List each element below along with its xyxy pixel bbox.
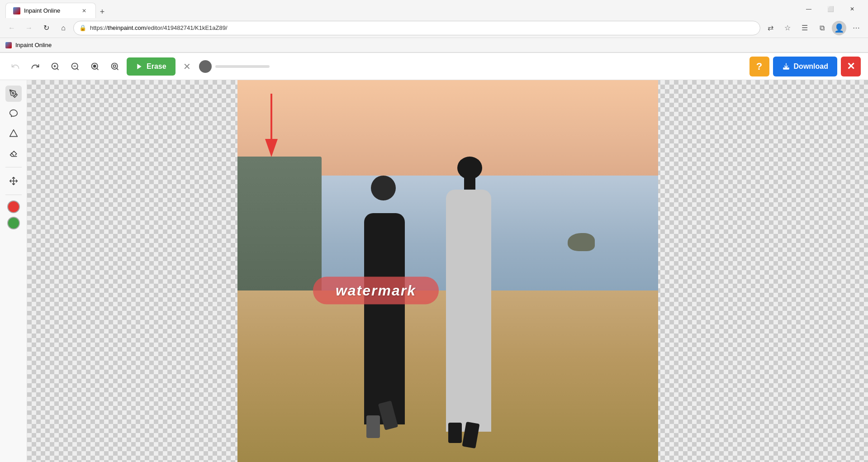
reading-list-button[interactable]: ☰	[797, 21, 812, 35]
canvas-area[interactable]: watermark	[27, 80, 868, 462]
svg-line-8	[97, 68, 99, 70]
erase-label: Erase	[147, 62, 166, 71]
url-text: https://theinpaint.com/editor/419482741/…	[90, 24, 754, 31]
new-tab-button[interactable]: +	[96, 5, 109, 18]
person2	[439, 157, 507, 432]
zoom-fit-button[interactable]	[107, 58, 123, 75]
brush-preview	[199, 60, 212, 73]
address-right-buttons: ⇄ ☆ ☰ ⧉ 👤 ⋯	[763, 21, 863, 35]
profile-button[interactable]: 👤	[832, 21, 846, 35]
svg-marker-13	[137, 64, 141, 69]
svg-point-15	[12, 93, 14, 94]
toolbar-right: ? Download ✕	[749, 57, 861, 76]
tab-area: Inpaint Online ✕ +	[5, 0, 795, 18]
svg-line-1	[57, 68, 59, 70]
foreground-color-picker[interactable]	[7, 200, 20, 213]
lock-icon: 🔒	[79, 24, 86, 31]
zoom-out-button[interactable]	[67, 58, 83, 75]
svg-line-11	[117, 68, 119, 70]
svg-line-5	[77, 68, 79, 70]
pier-layer	[237, 157, 322, 291]
svg-point-9	[94, 65, 96, 67]
rock-layer	[568, 233, 595, 251]
home-button[interactable]: ⌂	[56, 21, 71, 35]
maximize-button[interactable]: ⬜	[820, 2, 841, 16]
background-color-picker[interactable]	[7, 217, 20, 229]
download-button[interactable]: Download	[773, 57, 837, 76]
person1-body	[364, 213, 405, 424]
window-controls: — ⬜ ✕	[798, 2, 863, 16]
polygon-tool-button[interactable]	[5, 125, 22, 142]
move-tool-button[interactable]	[5, 173, 22, 189]
watermark-overlay: watermark	[313, 276, 439, 304]
collections-button[interactable]: ⧉	[815, 21, 829, 35]
extension-bar: Inpaint Online	[0, 38, 868, 52]
url-path: /editor/419482741/K1kE1aZ89/	[146, 24, 228, 31]
extension-favicon	[5, 42, 12, 48]
tab-favicon	[13, 7, 20, 14]
url-domain: theinpaint.com	[108, 24, 146, 31]
refresh-button[interactable]: ↻	[39, 21, 53, 35]
url-bar[interactable]: 🔒 https://theinpaint.com/editor/41948274…	[73, 21, 760, 35]
cancel-button[interactable]: ✕	[179, 58, 195, 75]
brush-size-control	[199, 60, 270, 73]
person2-body	[446, 190, 491, 432]
active-tab[interactable]: Inpaint Online ✕	[5, 3, 96, 18]
address-bar: ← → ↻ ⌂ 🔒 https://theinpaint.com/editor/…	[0, 18, 868, 38]
close-window-button[interactable]: ✕	[842, 2, 863, 16]
tab-close-button[interactable]: ✕	[80, 7, 88, 15]
image-wrapper: watermark	[237, 80, 658, 462]
watermark-text: watermark	[336, 282, 416, 298]
extension-label: Inpaint Online	[15, 42, 52, 48]
lasso-tool-button[interactable]	[5, 105, 22, 122]
erase-button[interactable]: Erase	[127, 57, 175, 76]
download-label: Download	[794, 62, 828, 71]
beach-photo: watermark	[237, 80, 658, 462]
favorites-button[interactable]: ☆	[780, 21, 795, 35]
svg-marker-16	[9, 130, 17, 137]
left-sidebar	[0, 80, 27, 462]
sidebar-divider	[5, 167, 22, 167]
app-area: Erase ✕ ? Download ✕	[0, 53, 868, 462]
editor-main: watermark	[0, 80, 868, 462]
close-editor-button[interactable]: ✕	[841, 57, 861, 76]
help-button[interactable]: ?	[749, 57, 769, 76]
svg-rect-12	[114, 65, 116, 67]
zoom-reset-button[interactable]	[87, 58, 103, 75]
person1-head	[371, 176, 396, 200]
forward-button[interactable]: →	[22, 21, 36, 35]
title-bar: Inpaint Online ✕ + — ⬜ ✕	[0, 0, 868, 18]
sidebar-divider-2	[5, 195, 22, 195]
brush-slider[interactable]	[215, 65, 270, 68]
brush-tool-button[interactable]	[5, 86, 22, 102]
eraser-tool-button[interactable]	[5, 145, 22, 162]
translate-button[interactable]: ⇄	[763, 21, 778, 35]
settings-button[interactable]: ⋯	[849, 21, 863, 35]
redo-button[interactable]	[27, 58, 43, 75]
app-toolbar: Erase ✕ ? Download ✕	[0, 53, 868, 80]
undo-button[interactable]	[7, 58, 24, 75]
minimize-button[interactable]: —	[798, 2, 819, 16]
url-prefix: https://	[90, 24, 108, 31]
tab-title: Inpaint Online	[24, 7, 60, 14]
back-button[interactable]: ←	[5, 21, 19, 35]
person1-leg1	[366, 415, 380, 438]
svg-point-10	[112, 63, 118, 69]
zoom-in-button[interactable]	[47, 58, 63, 75]
person2-leg1	[448, 423, 462, 443]
person2-head	[457, 157, 482, 179]
